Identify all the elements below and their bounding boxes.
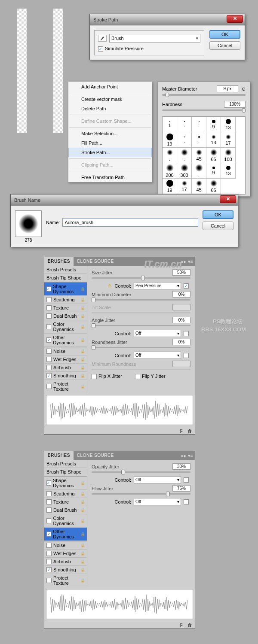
brush-name-titlebar[interactable]: Brush Name ✕: [11, 194, 238, 206]
brush-option-smoothing[interactable]: ✓Smoothing🔒: [44, 566, 87, 574]
control-select[interactable]: Off: [134, 476, 181, 483]
close-icon[interactable]: ✕: [220, 195, 236, 203]
control-select[interactable]: Off: [134, 330, 181, 337]
brush-preset-cell[interactable]: 65: [206, 179, 221, 194]
brush-preset-cell[interactable]: 45: [192, 179, 206, 194]
trash-icon[interactable]: 🗑: [187, 428, 192, 434]
menu-item[interactable]: Fill Path...: [68, 138, 152, 148]
brush-option-brush-tip-shape[interactable]: Brush Tip Shape: [44, 468, 87, 476]
brush-option-brush-presets[interactable]: Brush Presets: [44, 266, 87, 274]
cancel-button[interactable]: Cancel: [209, 41, 240, 50]
brush-option-other-dynamics[interactable]: ✓Other Dynamics🔒: [44, 334, 87, 347]
brush-preset-cell[interactable]: 17: [177, 179, 192, 194]
hardness-slider[interactable]: [162, 109, 246, 111]
brush-option-scattering[interactable]: Scattering🔒: [44, 490, 87, 498]
brush-preset-cell[interactable]: 200: [163, 163, 177, 179]
menu-item[interactable]: Make Selection...: [68, 129, 152, 138]
diameter-slider[interactable]: [162, 94, 246, 96]
brush-preset-cell[interactable]: .: [192, 117, 206, 132]
brush-preset-cell[interactable]: 45: [192, 148, 206, 163]
opacity-jitter-slider[interactable]: [92, 471, 190, 473]
tab-clone-source[interactable]: CLONE SOURCE: [74, 257, 117, 266]
min-diameter-input[interactable]: 0%: [172, 291, 190, 298]
brush-option-dual-brush[interactable]: Dual Brush🔒: [44, 506, 87, 514]
simulate-pressure-checkbox[interactable]: ✓Simulate Pressure: [98, 46, 144, 51]
brush-name-input[interactable]: Aurora_brush: [62, 218, 198, 227]
control-select[interactable]: Pen Pressure: [134, 282, 181, 289]
close-icon[interactable]: ✕: [227, 15, 243, 23]
tab-brushes[interactable]: BRUSHES: [44, 451, 74, 460]
brush-preset-cell[interactable]: .: [177, 132, 192, 148]
tool-select[interactable]: Brush: [109, 34, 200, 43]
flow-jitter-input[interactable]: 75%: [172, 485, 190, 492]
brush-option-shape-dynamics[interactable]: ✓Shape Dynamics🔒: [44, 283, 87, 296]
brush-preset-cell[interactable]: .: [177, 148, 192, 163]
brush-preset-cell[interactable]: 13: [221, 163, 236, 179]
menu-item[interactable]: Delete Path: [68, 104, 152, 113]
angle-jitter-slider[interactable]: [92, 325, 190, 326]
brush-preset-cell[interactable]: .: [177, 117, 192, 132]
trash-icon[interactable]: 🗑: [187, 623, 192, 628]
flip-y-checkbox[interactable]: Flip Y Jitter: [135, 374, 166, 379]
brush-option-wet-edges[interactable]: Wet Edges🔒: [44, 550, 87, 558]
control-select[interactable]: Off: [134, 498, 181, 505]
brush-preset-cell[interactable]: 19: [163, 179, 177, 194]
brush-preset-cell[interactable]: 100: [221, 148, 236, 163]
new-preset-icon[interactable]: ⎘: [180, 428, 183, 434]
brush-option-dual-brush[interactable]: Dual Brush🔒: [44, 312, 87, 320]
brush-option-noise[interactable]: Noise🔒: [44, 347, 87, 355]
menu-item[interactable]: Add Anchor Point: [68, 82, 152, 91]
opacity-jitter-input[interactable]: 30%: [172, 463, 190, 470]
brush-preset-cell[interactable]: 17: [221, 132, 236, 148]
stroke-path-titlebar[interactable]: Stroke Path ✕: [90, 14, 245, 25]
brush-option-scattering[interactable]: Scattering🔒: [44, 296, 87, 304]
flip-x-checkbox[interactable]: Flip X Jitter: [92, 374, 122, 379]
menu-item[interactable]: Free Transform Path: [68, 173, 152, 182]
angle-jitter-input[interactable]: 0%: [172, 317, 190, 323]
ok-button[interactable]: OK: [203, 210, 233, 219]
brush-option-airbrush[interactable]: Airbrush🔒: [44, 364, 87, 372]
size-jitter-input[interactable]: 50%: [172, 269, 190, 276]
brush-option-noise[interactable]: Noise🔒: [44, 541, 87, 550]
brush-option-wet-edges[interactable]: Wet Edges🔒: [44, 355, 87, 364]
roundness-jitter-input[interactable]: 0%: [172, 339, 190, 345]
brush-option-airbrush[interactable]: Airbrush🔒: [44, 558, 87, 566]
tab-clone-source[interactable]: CLONE SOURCE: [74, 451, 117, 460]
brush-preset-cell[interactable]: 13: [206, 132, 221, 148]
brush-option-color-dynamics[interactable]: Color Dynamics🔒: [44, 320, 87, 334]
brush-option-brush-presets[interactable]: Brush Presets: [44, 460, 87, 468]
panel-menu-icon[interactable]: ▸▸ ▾≡: [181, 453, 195, 459]
brush-preset-cell[interactable]: .: [163, 148, 177, 163]
brush-preset-cell[interactable]: 300: [177, 163, 192, 179]
new-preset-icon[interactable]: ⎘: [180, 623, 183, 628]
brush-preset-cell[interactable]: 9: [206, 117, 221, 132]
brush-option-protect-texture[interactable]: Protect Texture🔒: [44, 574, 87, 587]
brush-option-texture[interactable]: Texture🔒: [44, 304, 87, 312]
brush-preset-cell[interactable]: 9: [206, 163, 221, 179]
size-jitter-slider[interactable]: [92, 277, 190, 279]
flyout-icon[interactable]: ⊙: [242, 86, 246, 92]
brush-preset-cell[interactable]: 1: [163, 117, 177, 132]
brush-preset-cell[interactable]: 13: [221, 117, 236, 132]
roundness-jitter-slider[interactable]: [92, 347, 190, 348]
control-select[interactable]: Off: [134, 352, 181, 359]
menu-item[interactable]: Stroke Path...: [68, 148, 152, 157]
brush-option-texture[interactable]: Texture🔒: [44, 498, 87, 506]
tab-brushes[interactable]: BRUSHES: [44, 257, 74, 266]
master-diameter-input[interactable]: 9 px: [217, 85, 238, 92]
hardness-input[interactable]: 100%: [224, 101, 246, 108]
brush-option-other-dynamics[interactable]: ✓Other Dynamics🔒: [44, 528, 87, 541]
flow-jitter-slider[interactable]: [92, 493, 190, 495]
brush-option-brush-tip-shape[interactable]: Brush Tip Shape: [44, 274, 87, 282]
brush-option-shape-dynamics[interactable]: ✓Shape Dynamics🔒: [44, 477, 87, 490]
brush-preset-cell[interactable]: .: [192, 132, 206, 148]
brush-option-smoothing[interactable]: ✓Smoothing🔒: [44, 372, 87, 380]
brush-preset-cell[interactable]: 65: [206, 148, 221, 163]
brush-preset-cell[interactable]: 19: [163, 132, 177, 148]
min-diameter-slider[interactable]: [92, 299, 190, 301]
menu-item[interactable]: Create vector mask: [68, 94, 152, 104]
brush-preset-cell[interactable]: .: [192, 163, 206, 179]
ok-button[interactable]: OK: [209, 30, 240, 39]
brush-option-color-dynamics[interactable]: Color Dynamics🔒: [44, 514, 87, 528]
cancel-button[interactable]: Cancel: [203, 222, 233, 230]
